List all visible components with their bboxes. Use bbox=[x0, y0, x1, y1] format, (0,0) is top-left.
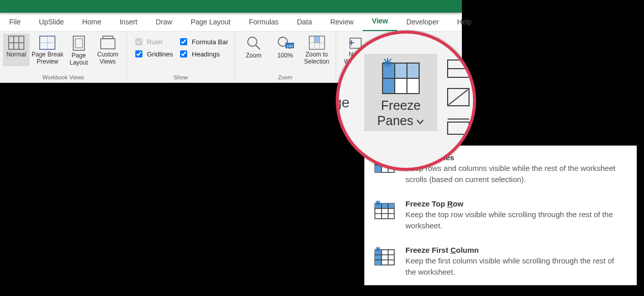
svg-rect-45 bbox=[448, 122, 469, 134]
headings-checkbox[interactable]: Headings bbox=[178, 49, 228, 59]
tab-review[interactable]: Review bbox=[321, 13, 363, 31]
tab-file[interactable]: File bbox=[0, 13, 30, 31]
magnifier-icon bbox=[246, 36, 261, 51]
svg-text:100: 100 bbox=[286, 44, 293, 48]
svg-rect-10 bbox=[101, 39, 115, 49]
zoom-100-button[interactable]: 100 100% bbox=[270, 34, 301, 67]
ruler-checkbox: Ruler bbox=[133, 37, 173, 47]
menu-title-freeze-first-column: Freeze First Column bbox=[405, 246, 619, 254]
page-layout-label: PageLayout bbox=[70, 52, 88, 67]
tab-formulas[interactable]: Formulas bbox=[240, 13, 287, 31]
tab-view[interactable]: View bbox=[363, 12, 397, 31]
svg-rect-68 bbox=[375, 250, 382, 265]
formula-bar-checkbox[interactable]: Formula Bar bbox=[178, 37, 228, 47]
magnified-arrange-fragment: ge bbox=[336, 95, 349, 111]
magnifier-callout: ge bbox=[336, 31, 476, 171]
freeze-top-row-item-icon bbox=[374, 199, 395, 231]
group-label-workbook-views: Workbook Views bbox=[43, 73, 84, 81]
menu-item-freeze-top-row[interactable]: Freeze Top Row Keep the top row visible … bbox=[365, 192, 636, 239]
page-break-label: Page BreakPreview bbox=[32, 51, 64, 66]
zoom-to-selection-label: Zoom toSelection bbox=[304, 51, 329, 66]
freeze-panes-button[interactable]: Freeze Panes bbox=[364, 54, 437, 131]
normal-view-icon bbox=[8, 36, 24, 50]
freeze-label-l1: Freeze bbox=[367, 98, 434, 113]
menu-item-freeze-first-column[interactable]: Freeze First Column Keep the first colum… bbox=[365, 239, 636, 285]
ruler-label: Ruler bbox=[147, 38, 163, 46]
gridlines-label: Gridlines bbox=[147, 50, 173, 58]
custom-views-label: CustomViews bbox=[97, 51, 118, 66]
gridlines-checkbox[interactable]: Gridlines bbox=[133, 49, 173, 59]
svg-rect-19 bbox=[314, 36, 319, 43]
group-zoom: Zoom 100 100% bbox=[235, 32, 336, 82]
gridlines-check[interactable] bbox=[135, 50, 142, 57]
svg-point-12 bbox=[248, 37, 257, 46]
headings-label: Headings bbox=[192, 50, 220, 58]
zoom-100-label: 100% bbox=[277, 52, 293, 67]
tab-draw[interactable]: Draw bbox=[147, 13, 182, 31]
freeze-label-l2: Panes bbox=[367, 113, 434, 128]
group-workbook-views: Normal Page BreakPreview bbox=[0, 32, 127, 82]
tab-developer[interactable]: Developer bbox=[397, 13, 448, 31]
zoom-to-selection-button[interactable]: Zoom toSelection bbox=[301, 34, 333, 66]
zoom-selection-icon bbox=[309, 36, 325, 50]
menu-title-freeze-top-row: Freeze Top Row bbox=[405, 199, 619, 208]
normal-label: Normal bbox=[7, 51, 26, 66]
menu-desc-freeze-top-row: Keep the top row visible while scrolling… bbox=[405, 209, 619, 231]
page-break-icon bbox=[39, 36, 55, 50]
menu-desc-freeze-first-column: Keep the first column visible while scro… bbox=[405, 255, 619, 278]
freeze-first-column-item-icon bbox=[374, 246, 395, 278]
formula-bar-check[interactable] bbox=[180, 38, 187, 45]
svg-rect-11 bbox=[103, 36, 113, 39]
svg-line-13 bbox=[256, 45, 260, 49]
headings-check[interactable] bbox=[180, 50, 187, 57]
ribbon-tabs: File UpSlide Home Insert Draw Page Layou… bbox=[0, 13, 462, 31]
svg-rect-9 bbox=[75, 39, 82, 48]
tab-insert[interactable]: Insert bbox=[110, 13, 147, 31]
unhide-icon bbox=[447, 116, 470, 135]
freeze-panes-icon bbox=[380, 58, 421, 96]
normal-button[interactable]: Normal bbox=[3, 34, 30, 66]
tab-home[interactable]: Home bbox=[73, 13, 110, 31]
ruler-check bbox=[135, 38, 142, 45]
group-show: Ruler Formula Bar Gridlines Heading bbox=[127, 32, 235, 82]
svg-line-44 bbox=[449, 90, 468, 105]
menu-desc-freeze-panes: Keep rows and columns visible while the … bbox=[405, 163, 619, 185]
group-label-show: Show bbox=[173, 73, 188, 81]
zoom-100-icon: 100 bbox=[277, 36, 294, 51]
tab-data[interactable]: Data bbox=[288, 13, 321, 31]
page-break-preview-button[interactable]: Page BreakPreview bbox=[30, 34, 66, 66]
chevron-down-icon bbox=[416, 119, 424, 125]
custom-views-icon bbox=[100, 36, 115, 50]
hide-icon bbox=[447, 87, 470, 107]
tab-help[interactable]: Help bbox=[448, 13, 481, 31]
formula-bar-label: Formula Bar bbox=[192, 38, 228, 46]
split-icon bbox=[447, 59, 470, 78]
svg-rect-8 bbox=[73, 36, 84, 50]
tab-page-layout[interactable]: Page Layout bbox=[182, 13, 240, 31]
page-layout-icon bbox=[72, 36, 85, 51]
custom-views-button[interactable]: CustomViews bbox=[92, 34, 124, 66]
zoom-label: Zoom bbox=[246, 52, 261, 67]
group-label-zoom: Zoom bbox=[278, 73, 292, 81]
zoom-button[interactable]: Zoom bbox=[238, 34, 270, 67]
title-bar bbox=[0, 0, 462, 13]
page-layout-button[interactable]: PageLayout bbox=[66, 34, 92, 67]
tab-upslide[interactable]: UpSlide bbox=[30, 13, 73, 31]
